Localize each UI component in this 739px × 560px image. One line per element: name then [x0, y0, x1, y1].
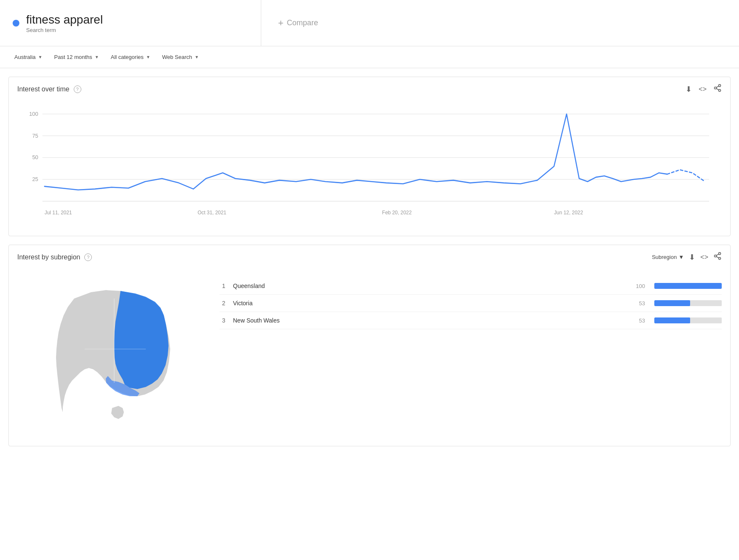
search-term-subtitle: Search term — [26, 27, 56, 33]
time-range-label: Past 12 months — [54, 54, 92, 60]
region-rank: 2 — [220, 300, 228, 307]
region-bar-container — [654, 300, 722, 306]
search-type-chevron-icon: ▼ — [195, 55, 199, 59]
subregion-help-icon[interactable]: ? — [84, 253, 92, 261]
svg-text:Oct 31, 2021: Oct 31, 2021 — [198, 210, 227, 216]
share-icon[interactable] — [713, 84, 722, 94]
svg-text:50: 50 — [32, 154, 38, 160]
interest-by-subregion-card: Interest by subregion ? Subregion ▼ ⬇ <> — [8, 245, 731, 446]
interest-over-time-actions: ⬇ <> — [685, 84, 722, 94]
region-chevron-icon: ▼ — [38, 55, 43, 59]
australia-map — [24, 273, 201, 433]
search-type-label: Web Search — [162, 54, 192, 60]
region-value: 53 — [630, 317, 645, 324]
interest-by-subregion-title-area: Interest by subregion ? — [17, 253, 92, 261]
svg-line-21 — [716, 256, 719, 258]
subregion-dropdown[interactable]: Subregion ▼ — [652, 254, 684, 260]
region-label: Australia — [14, 54, 36, 60]
region-item-queensland: 1 Queensland 100 — [220, 277, 722, 295]
search-term-dot — [13, 20, 19, 27]
region-bar — [654, 317, 690, 323]
region-bar — [654, 283, 722, 289]
interest-over-time-title: Interest over time — [17, 85, 70, 93]
compare-section: + Compare — [261, 0, 739, 46]
svg-line-4 — [716, 86, 719, 87]
subregion-dropdown-label: Subregion — [652, 254, 677, 260]
chart-svg: 100 75 50 25 Jul 11, 2021 Oct 31, 2021 F… — [17, 105, 722, 227]
interest-over-time-chart: 100 75 50 25 Jul 11, 2021 Oct 31, 2021 F… — [9, 101, 730, 236]
region-item-nsw: 3 New South Wales 53 — [220, 312, 722, 329]
subregion-share-icon[interactable] — [713, 252, 722, 262]
region-filter[interactable]: Australia ▼ — [13, 51, 44, 63]
svg-text:Jul 11, 2021: Jul 11, 2021 — [45, 210, 72, 216]
subregion-chevron-icon: ▼ — [678, 254, 684, 260]
subregion-embed-icon[interactable]: <> — [700, 253, 708, 261]
map-section — [17, 273, 207, 433]
interest-over-time-header: Interest over time ? ⬇ <> — [9, 77, 730, 101]
embed-icon[interactable]: <> — [699, 85, 707, 93]
svg-line-3 — [716, 88, 719, 90]
search-term-section: fitness apparel Search term — [0, 0, 261, 46]
search-type-filter[interactable]: Web Search ▼ — [161, 51, 201, 63]
svg-text:Feb 20, 2022: Feb 20, 2022 — [382, 210, 412, 216]
compare-label: Compare — [287, 19, 318, 27]
interest-over-time-card: Interest over time ? ⬇ <> 100 75 5 — [8, 77, 731, 236]
interest-by-subregion-title: Interest by subregion — [17, 253, 80, 261]
svg-text:100: 100 — [29, 111, 38, 117]
subregion-content: 1 Queensland 100 2 Victoria 53 3 New Sou… — [9, 269, 730, 446]
compare-button[interactable]: + Compare — [278, 18, 318, 29]
svg-text:25: 25 — [32, 176, 38, 182]
region-bar — [654, 300, 690, 306]
region-name: Queensland — [233, 283, 625, 289]
subregion-download-icon[interactable]: ⬇ — [689, 253, 695, 262]
categories-chevron-icon: ▼ — [146, 55, 150, 59]
interest-over-time-title-area: Interest over time ? — [17, 85, 81, 93]
plus-icon: + — [278, 18, 284, 29]
svg-text:Jun 12, 2022: Jun 12, 2022 — [554, 210, 583, 216]
categories-label: All categories — [111, 54, 144, 60]
subregion-header-right: Subregion ▼ ⬇ <> — [652, 252, 722, 262]
region-item-victoria: 2 Victoria 53 — [220, 295, 722, 312]
region-list: 1 Queensland 100 2 Victoria 53 3 New Sou… — [220, 273, 722, 433]
filters-bar: Australia ▼ Past 12 months ▼ All categor… — [0, 46, 739, 68]
time-range-filter[interactable]: Past 12 months ▼ — [52, 51, 100, 63]
region-name: Victoria — [233, 300, 625, 307]
header: fitness apparel Search term + Compare — [0, 0, 739, 46]
categories-filter[interactable]: All categories ▼ — [109, 51, 152, 63]
region-value: 100 — [630, 283, 645, 289]
search-term-title: fitness apparel — [26, 13, 103, 27]
region-value: 53 — [630, 300, 645, 307]
region-bar-container — [654, 283, 722, 289]
interest-over-time-help-icon[interactable]: ? — [74, 85, 81, 93]
svg-text:75: 75 — [32, 132, 38, 139]
search-term-text: fitness apparel Search term — [26, 13, 103, 33]
region-bar-container — [654, 317, 722, 323]
region-rank: 1 — [220, 283, 228, 289]
region-name: New South Wales — [233, 317, 625, 324]
time-range-chevron-icon: ▼ — [95, 55, 99, 59]
download-icon[interactable]: ⬇ — [685, 85, 692, 94]
region-rank: 3 — [220, 317, 228, 324]
svg-line-22 — [716, 254, 719, 255]
interest-by-subregion-header: Interest by subregion ? Subregion ▼ ⬇ <> — [9, 245, 730, 269]
